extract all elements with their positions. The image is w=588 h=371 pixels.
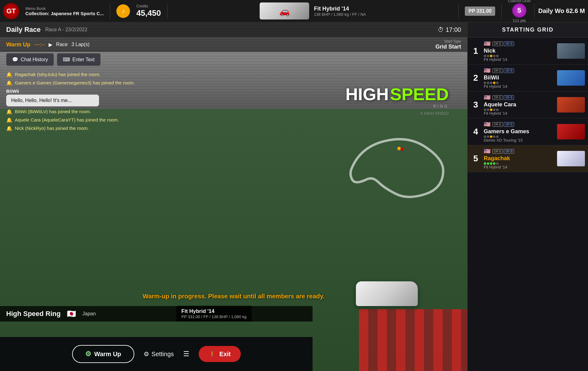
- credits-value: 45,450: [136, 8, 161, 18]
- warm-up-icon: ⚙: [85, 350, 91, 358]
- race-title: Daily Race: [6, 26, 41, 34]
- chat-bubble: Hello, Hello, Hello! It's me...: [6, 95, 99, 106]
- car-tooltip-name: Fit Hybrid '14: [181, 308, 247, 314]
- grid-item-3: 3 🇺🇸 DR E SR B Aquele Cara F: [468, 92, 588, 118]
- grid-car-5: Fit Hybrid '14: [484, 165, 554, 169]
- car-section: Fit Hybrid '14 138 BHP / 1,080 kg / FF /…: [174, 2, 452, 19]
- car-name: Fit Hybrid '14: [314, 6, 366, 12]
- grid-car-img-1: [557, 43, 585, 59]
- grid-flag-5: 🇺🇸: [484, 148, 491, 155]
- start-type: Start Type Grid Start: [435, 39, 461, 50]
- track-flag: 🇯🇵: [67, 309, 76, 318]
- chat-icon: 💬: [12, 57, 18, 62]
- track-logo: HIGH SPEED RING S HIGH SPEED: [345, 84, 449, 116]
- grid-pos-1: 1: [471, 46, 481, 56]
- pit-lane: [359, 309, 467, 371]
- settings-label: Settings: [152, 351, 174, 358]
- warm-up-laps: 3 Lap(s): [71, 42, 90, 47]
- hs-logo-sub: S HIGH SPEED: [345, 111, 449, 116]
- warm-up-button-label: Warm Up: [94, 351, 121, 358]
- bell-icon-6: 🔔: [6, 126, 12, 131]
- divider-1: [110, 3, 110, 19]
- hs-logo-high: HIGH: [345, 84, 389, 104]
- chat-msg-1: 🔔 Ragachak (IshyJulu) has joined the roo…: [6, 72, 161, 78]
- chat-msg-2: 🔔 Gamers e Games (Gamersegames3) has joi…: [6, 80, 161, 86]
- dr-badge-4: DR E: [492, 122, 503, 127]
- warm-up-bar: Warm Up ---:-- ▶ Race 3 Lap(s) Start Typ…: [0, 37, 467, 52]
- exit-label: Exit: [219, 351, 231, 358]
- chat-history-label: Chat History: [21, 57, 48, 62]
- grid-pos-2: 2: [471, 73, 481, 83]
- grid-driver-4: 🇺🇸 DR E SR B Gamers e Games Demio XD Tou…: [484, 121, 554, 143]
- chat-bubble-author: BiiWii: [6, 88, 161, 94]
- bell-icon-4: 🔔: [6, 109, 12, 115]
- bell-icon-2: 🔔: [6, 80, 12, 86]
- car-info: Fit Hybrid '14 138 BHP / 1,080 kg / FF /…: [314, 6, 366, 17]
- track-info-bar: High Speed Ring 🇯🇵 Japan: [0, 306, 313, 322]
- grid-driver-1: 🇺🇸 DR E SR B Nick Fit Hybrid '14: [484, 40, 554, 62]
- hs-logo-speed: SPEED: [390, 84, 449, 104]
- grid-name-2: BiiWii: [484, 75, 554, 81]
- daily-wo: Daily Wo 62.6 M: [538, 7, 585, 15]
- dr-badge-1: DR E: [492, 41, 503, 46]
- timer-icon: ⏱: [438, 26, 444, 33]
- exit-icon: 🚶: [209, 350, 216, 358]
- grid-pos-3: 3: [471, 100, 481, 110]
- sr-badge-2: SR B: [504, 68, 514, 73]
- right-panel: STARTING GRID 1 🇺🇸 DR E SR B Nick: [467, 22, 588, 371]
- car-tooltip: Fit Hybrid '14 PP 331.00 / FF / 138 BHP …: [176, 306, 252, 322]
- grid-item-2: 2 🇺🇸 DR E SR B BiiWii Fit Hy: [468, 65, 588, 92]
- menu-button[interactable]: ☰: [183, 350, 189, 358]
- dr-badge-3: DR E: [492, 95, 503, 100]
- start-type-value: Grid Start: [435, 44, 461, 50]
- sr-badge-1: SR B: [504, 41, 514, 46]
- warm-up-notice: Warm-up in progress. Please wait until a…: [0, 293, 467, 300]
- warm-up-race: Race: [56, 42, 67, 47]
- hs-logo-ring: RING: [345, 104, 449, 109]
- grid-flag-1: 🇺🇸: [484, 40, 491, 47]
- warm-up-dashes: ---:--: [34, 41, 45, 48]
- grid-item-1: 1 🇺🇸 DR E SR B Nick Fit Hybr: [468, 38, 588, 65]
- exit-button[interactable]: 🚶 Exit: [199, 346, 241, 362]
- track-name: High Speed Ring: [6, 310, 61, 318]
- collector-pts: 111 pts: [512, 18, 526, 23]
- collector-label: Collector Level: [508, 0, 530, 3]
- grid-name-4: Gamers e Games: [484, 128, 554, 135]
- grid-pos-4: 4: [471, 127, 481, 137]
- svg-point-1: [400, 148, 404, 151]
- sr-badge-4: SR B: [504, 122, 514, 127]
- divider-2: [167, 3, 167, 19]
- gt-logo[interactable]: GT: [3, 3, 19, 19]
- race-date: Race A - 23/2/2022: [45, 27, 87, 32]
- enter-text-button[interactable]: ⌨ Enter Text: [57, 53, 101, 66]
- grid-driver-5: 🇺🇸 DR E SR B Ragachak Fit Hybrid '14: [484, 148, 554, 169]
- chat-history-button[interactable]: 💬 Chat History: [6, 53, 54, 66]
- grid-item-4: 4 🇺🇸 DR E SR B Gamers e Games: [468, 118, 588, 145]
- main-content: HIGH SPEED RING S HIGH SPEED Daily Race …: [0, 22, 588, 371]
- divider-3: [458, 3, 459, 19]
- chat-messages: 🔔 Ragachak (IshyJulu) has joined the roo…: [6, 72, 161, 131]
- credits-label: Credits: [136, 4, 161, 8]
- car-tooltip-stats: PP 331.00 / FF / 138 BHP / 1,080 kg: [181, 314, 247, 319]
- bell-icon-1: 🔔: [6, 72, 12, 78]
- menu-book-section: Menu Book Collection: Japanese FR Sports…: [25, 6, 104, 16]
- car-image: [260, 2, 309, 19]
- music-button[interactable]: ♪: [116, 4, 130, 18]
- grid-car-img-2: [557, 70, 585, 86]
- warm-up-button[interactable]: ⚙ Warm Up: [72, 345, 134, 363]
- menu-book-label: Menu Book: [25, 6, 104, 11]
- grid-driver-3: 🇺🇸 DR E SR B Aquele Cara Fit Hybrid '14: [484, 94, 554, 116]
- svg-point-0: [397, 147, 401, 150]
- grid-name-3: Aquele Cara: [484, 101, 554, 108]
- enter-text-label: Enter Text: [72, 57, 95, 62]
- grid-name-5: Ragachak: [484, 155, 554, 162]
- grid-car-img-4: [557, 124, 585, 139]
- collector-level: 5: [512, 3, 526, 18]
- chat-msg-5: 🔔 Aquele Cara (AqueleCaraYT) has joined …: [6, 117, 161, 123]
- warm-up-arrow: ▶: [49, 42, 52, 48]
- settings-icon: ⚙: [144, 350, 149, 358]
- settings-button[interactable]: ⚙ Settings: [144, 350, 174, 358]
- car-stats: 138 BHP / 1,080 kg / FF / NA: [314, 12, 366, 17]
- sr-badge-3: SR B: [504, 95, 514, 100]
- bell-icon-5: 🔔: [6, 117, 12, 123]
